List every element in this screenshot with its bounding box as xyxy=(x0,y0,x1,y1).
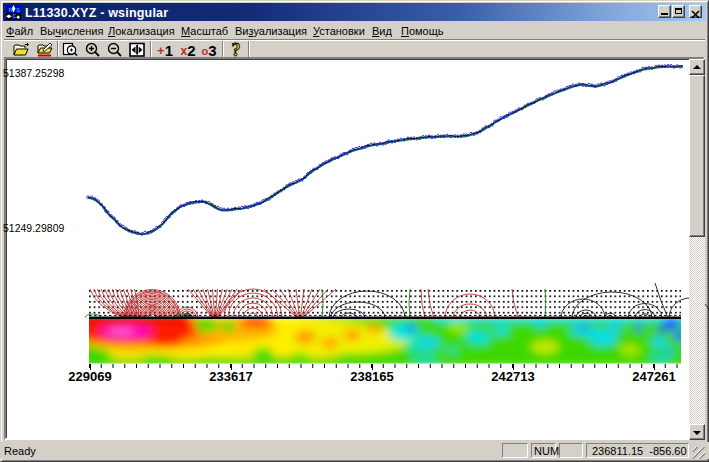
svg-text:229069: 229069 xyxy=(68,369,111,384)
svg-text:51249.29809: 51249.29809 xyxy=(3,222,64,234)
svg-text:51387.25298: 51387.25298 xyxy=(3,67,64,79)
svg-text:238165: 238165 xyxy=(350,369,393,384)
svg-text:233617: 233617 xyxy=(209,369,252,384)
svg-text:247261: 247261 xyxy=(632,369,675,384)
svg-text:242713: 242713 xyxy=(491,369,534,384)
